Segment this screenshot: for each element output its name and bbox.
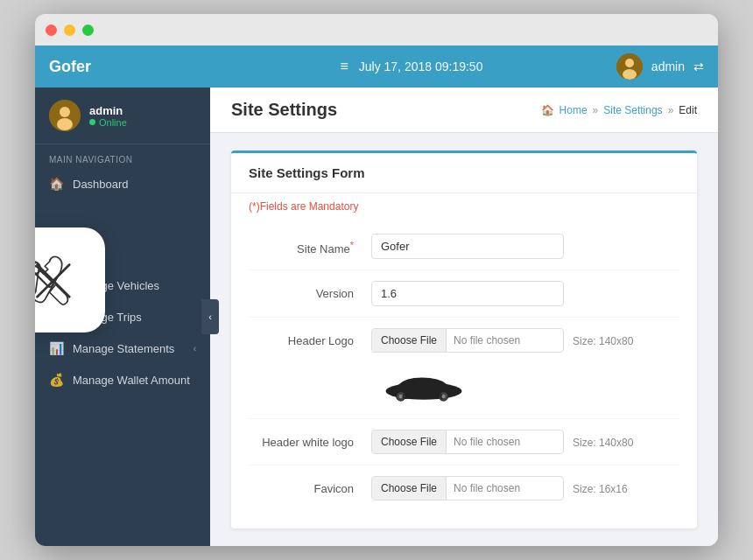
form-card-header: Site Settings Form xyxy=(231,153,697,193)
close-dot[interactable] xyxy=(46,24,57,36)
mandatory-note: (*)Fields are Mandatory xyxy=(231,193,697,216)
breadcrumb-section[interactable]: Site Settings xyxy=(603,104,662,116)
form-row-favicon: Favicon Choose File No file chosen Size:… xyxy=(249,466,679,511)
logo-preview: GOFER xyxy=(371,365,679,408)
status-text: Online xyxy=(99,117,127,128)
wallet-icon: 💰 xyxy=(49,373,64,387)
form-row-header-logo: Header Logo Choose File No file chosen S… xyxy=(249,318,679,419)
browser-chrome xyxy=(35,14,718,46)
breadcrumb-current: Edit xyxy=(679,104,697,116)
sidebar-status: Online xyxy=(89,117,127,128)
gofer-logo-svg: GOFER xyxy=(371,365,476,404)
favicon-size-label: Size: 16x16 xyxy=(573,481,628,495)
favicon-file-text: No file chosen xyxy=(447,477,527,500)
svg-point-1 xyxy=(625,59,634,67)
sidebar-item-wallet[interactable]: 💰 Manage Wallet Amount xyxy=(35,364,210,396)
header-center: ≡ July 17, 2018 09:19:50 xyxy=(340,59,482,74)
label-sitename: Site Name* xyxy=(249,234,371,256)
favicon-choose-btn[interactable]: Choose File xyxy=(372,477,447,500)
settings-form-card: Site Settings Form (*)Fields are Mandato… xyxy=(231,150,697,528)
sidebar-item-label: Dashboard xyxy=(73,178,129,191)
header-logo-choose-btn[interactable]: Choose File xyxy=(372,329,447,352)
svg-text:GOFER: GOFER xyxy=(402,391,446,401)
minimize-dot[interactable] xyxy=(64,24,75,36)
header-logo-file-row: Choose File No file chosen Size: 140x80 xyxy=(371,328,679,353)
white-logo-choose-btn[interactable]: Choose File xyxy=(372,430,447,453)
sitename-input[interactable] xyxy=(371,234,564,259)
sitename-control xyxy=(371,234,679,259)
favicon-file-row: Choose File No file chosen Size: 16x16 xyxy=(371,476,679,500)
sidebar-user-section: admin Online xyxy=(35,88,210,144)
white-logo-control: Choose File No file chosen Size: 140x80 xyxy=(371,430,679,454)
status-dot xyxy=(89,119,95,125)
form-row-sitename: Site Name* xyxy=(249,223,679,270)
header-logo-file-wrapper: Choose File No file chosen xyxy=(371,328,564,353)
page-header: Site Settings 🏠 Home » Site Settings » E… xyxy=(210,88,718,133)
sidebar-user-info: admin Online xyxy=(89,104,127,128)
white-logo-file-text: No file chosen xyxy=(447,430,527,453)
header-logo-size-label: Size: 140x80 xyxy=(573,333,633,347)
page-title: Site Settings xyxy=(231,100,337,120)
brand-name: Gofer xyxy=(49,58,207,76)
app-container: Gofer ≡ July 17, 2018 09:19:50 admin ⇄ xyxy=(35,46,718,546)
white-logo-file-wrapper: Choose File No file chosen xyxy=(371,430,564,454)
version-input[interactable] xyxy=(371,281,564,306)
header-logo-control: Choose File No file chosen Size: 140x80 xyxy=(371,328,679,408)
content-area: Site Settings Form (*)Fields are Mandato… xyxy=(210,133,718,546)
label-version: Version xyxy=(249,281,371,300)
header-logo-file-text: No file chosen xyxy=(447,329,527,352)
sidebar-item-dashboard[interactable]: 🏠 Dashboard xyxy=(35,168,210,200)
breadcrumb-home[interactable]: Home xyxy=(559,104,588,116)
browser-window: Gofer ≡ July 17, 2018 09:19:50 admin ⇄ xyxy=(35,14,718,546)
statements-icon: 📊 xyxy=(49,341,64,355)
sidebar-item-label: Manage Wallet Amount xyxy=(73,374,190,387)
sidebar-item-statements[interactable]: 📊 Manage Statements ‹ xyxy=(35,332,210,364)
header-datetime: July 17, 2018 09:19:50 xyxy=(359,60,483,74)
white-logo-size-label: Size: 140x80 xyxy=(573,435,633,449)
svg-point-2 xyxy=(623,69,637,80)
maximize-dot[interactable] xyxy=(82,24,94,36)
favicon-file-wrapper: Choose File No file chosen xyxy=(371,476,564,500)
sidebar: admin Online MAIN NAVIGATION 🏠 Dashboard xyxy=(35,88,210,546)
label-white-logo: Header white logo xyxy=(249,430,371,451)
admin-name-label: admin xyxy=(651,60,685,74)
header-right: admin ⇄ xyxy=(616,53,704,80)
form-row-version: Version xyxy=(249,270,679,318)
favicon-control: Choose File No file chosen Size: 16x16 xyxy=(371,476,679,500)
dashboard-icon: 🏠 xyxy=(49,177,64,191)
sidebar-item-label: Manage Statements xyxy=(73,342,174,355)
breadcrumb-sep1: » xyxy=(593,104,599,116)
form-card-title: Site Settings Form xyxy=(249,165,679,180)
nav-section-label: MAIN NAVIGATION xyxy=(35,144,210,168)
white-logo-file-row: Choose File No file chosen Size: 140x80 xyxy=(371,430,679,454)
breadcrumb-sep2: » xyxy=(668,104,674,116)
version-control xyxy=(371,281,679,306)
statements-chevron: ‹ xyxy=(194,344,196,354)
admin-avatar xyxy=(616,53,643,80)
hamburger-icon[interactable]: ≡ xyxy=(340,59,348,74)
collapse-icon: ‹ xyxy=(208,312,212,322)
breadcrumb: 🏠 Home » Site Settings » Edit xyxy=(541,104,697,116)
form-body: Site Name* Version xyxy=(231,216,697,528)
form-row-white-logo: Header white logo Choose File No file ch… xyxy=(249,419,679,466)
svg-point-10 xyxy=(57,118,73,130)
label-favicon: Favicon xyxy=(249,476,371,495)
sidebar-username: admin xyxy=(89,104,127,117)
label-header-logo: Header Logo xyxy=(249,328,371,347)
top-header: Gofer ≡ July 17, 2018 09:19:50 admin ⇄ xyxy=(35,46,718,88)
svg-point-9 xyxy=(60,107,70,117)
breadcrumb-home-icon: 🏠 xyxy=(541,104,554,116)
tool-overlay-icon xyxy=(35,228,105,332)
sidebar-avatar xyxy=(49,100,81,131)
share-icon[interactable]: ⇄ xyxy=(693,60,704,74)
sidebar-collapse-button[interactable]: ‹ xyxy=(201,299,219,334)
main-content: Site Settings 🏠 Home » Site Settings » E… xyxy=(210,88,718,546)
main-content-area: admin Online MAIN NAVIGATION 🏠 Dashboard xyxy=(35,88,718,546)
